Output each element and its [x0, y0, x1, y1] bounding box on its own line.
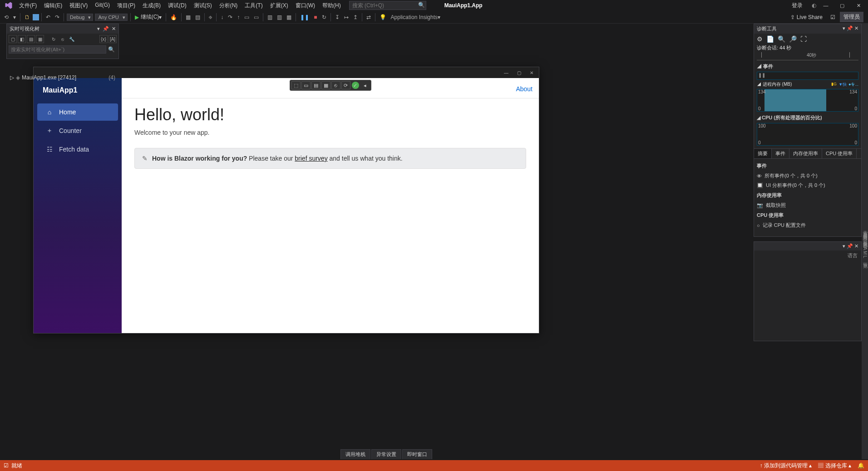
tb-misc[interactable]: ⇄	[365, 13, 373, 21]
step-over-icon[interactable]: ↷	[226, 13, 234, 21]
diag-tool-icon[interactable]: 📄	[766, 35, 774, 43]
menu-扩展(X)[interactable]: 扩展(X)	[266, 0, 292, 11]
app-close-button[interactable]: ✕	[525, 68, 538, 77]
dbg-btn-4[interactable]: ▦	[321, 81, 330, 89]
tb-layout-3[interactable]: ▦	[285, 13, 293, 21]
lvt-tb-7[interactable]: 🔧	[68, 35, 76, 43]
expand-icon[interactable]: ▷	[10, 74, 14, 81]
bottom-tab-调用堆栈[interactable]: 调用堆栈	[340, 449, 370, 459]
menu-视图(V)[interactable]: 视图(V)	[66, 0, 91, 11]
xaml-debug-toolbar[interactable]: ⬚ ▭ ▤ ▦ ⎋ ⟳ ✓ ◂	[290, 80, 371, 91]
step-icon-b[interactable]: ↦	[342, 13, 350, 21]
minimize-button[interactable]: —	[819, 1, 833, 10]
tb-icon-3[interactable]: ⎆	[207, 13, 214, 21]
maximize-button[interactable]: ▢	[835, 1, 849, 10]
redo-icon[interactable]: ↷	[53, 13, 61, 21]
diag-settings-icon[interactable]: ⚙	[757, 35, 763, 43]
snapshot-row[interactable]: 📷截取快照	[757, 201, 858, 210]
menu-窗口(W)[interactable]: 窗口(W)	[292, 0, 319, 11]
menu-调试(D)[interactable]: 调试(D)	[164, 0, 190, 11]
diag-tab-0[interactable]: 摘要	[754, 149, 772, 158]
dbg-ok-icon[interactable]: ✓	[352, 82, 359, 89]
dbg-btn-6[interactable]: ⟳	[341, 81, 350, 89]
nav-counter[interactable]: ＋Counter	[37, 122, 118, 140]
nav-fwd-icon[interactable]: ▾	[11, 13, 18, 21]
tree-node[interactable]: ▷ ◈ MauiApp1.exe [27412] (4)	[6, 73, 119, 83]
login-avatar-icon[interactable]: ◐	[812, 2, 816, 9]
undo-icon[interactable]: ↶	[44, 13, 52, 21]
diag-tab-2[interactable]: 内存使用率	[789, 149, 822, 158]
step-into-icon[interactable]: ↓	[219, 13, 225, 21]
open-icon[interactable]	[33, 14, 39, 20]
menu-Git(G)[interactable]: Git(G)	[91, 0, 113, 11]
menu-项目(P)[interactable]: 项目(P)	[113, 0, 139, 11]
tb-more-2[interactable]: ▭	[252, 13, 261, 21]
diag-zoomout-icon[interactable]: 🔎	[789, 35, 797, 43]
record-cpu-row[interactable]: ○记录 CPU 配置文件	[757, 221, 858, 230]
search-icon[interactable]: 🔍	[106, 45, 117, 54]
pause-icon[interactable]: ❚❚	[298, 13, 311, 21]
diag-tab-3[interactable]: CPU 使用率	[822, 149, 857, 158]
restart-icon[interactable]: ↻	[320, 13, 328, 21]
lvt-tb-5[interactable]: ↻	[49, 35, 58, 43]
diag-timeline[interactable]: 40秒	[757, 52, 858, 60]
tb-layout-1[interactable]: ▥	[266, 13, 274, 21]
about-link[interactable]: About	[516, 85, 533, 93]
diag-tab-1[interactable]: 事件	[772, 149, 789, 158]
dbg-collapse-icon[interactable]: ◂	[360, 81, 370, 89]
bottom-tab-即时窗口[interactable]: 即时窗口	[402, 449, 432, 459]
step-out-icon[interactable]: ↑	[235, 13, 242, 21]
diag-pin-icon[interactable]: 📌	[847, 25, 853, 31]
dbg-btn-5[interactable]: ⎋	[331, 81, 340, 89]
global-search[interactable]: 🔍	[349, 1, 426, 10]
nav-fetch-data[interactable]: ☷Fetch data	[37, 141, 118, 158]
config-combo[interactable]: Debug	[67, 14, 93, 21]
menu-生成(B)[interactable]: 生成(B)	[139, 0, 164, 11]
close-button[interactable]: ✕	[852, 1, 865, 10]
lp-dropdown-icon[interactable]: ▾	[843, 243, 845, 249]
lvt-tb-6[interactable]: ⎋	[59, 35, 67, 43]
liveshare-button[interactable]: ⇪ Live Share	[787, 13, 826, 22]
app-maximize-button[interactable]: ▢	[513, 68, 525, 77]
lvt-tb-1[interactable]: ▢	[9, 35, 17, 43]
dbg-btn-1[interactable]: ⬚	[291, 81, 301, 89]
continue-button[interactable]: ▶继续(C) ▾	[133, 12, 164, 22]
menu-分析(N)[interactable]: 分析(N)	[216, 0, 242, 11]
hot-reload-icon[interactable]: 🔥	[168, 13, 179, 21]
diag-close-icon[interactable]: ✕	[854, 25, 858, 31]
bottom-tab-异常设置[interactable]: 异常设置	[371, 449, 401, 459]
lp-pin-icon[interactable]: 📌	[847, 243, 853, 249]
search-input[interactable]	[350, 1, 418, 10]
feedback-icon[interactable]: ☑	[830, 14, 835, 20]
panel-dropdown-icon[interactable]: ▾	[97, 26, 100, 32]
search-icon[interactable]: 🔍	[418, 2, 425, 8]
step-icon-a[interactable]: ↧	[333, 13, 341, 21]
panel-pin-icon[interactable]: 📌	[103, 26, 109, 32]
nav-home[interactable]: ⌂Home	[37, 103, 118, 121]
select-repo-button[interactable]: ▤ 选择仓库 ▴	[818, 462, 851, 470]
diag-reset-icon[interactable]: ⛶	[800, 35, 807, 43]
lvt-search-input[interactable]	[9, 45, 106, 54]
menu-帮助(H)[interactable]: 帮助(H)	[319, 0, 345, 11]
lvt-tb-9[interactable]: [A]	[108, 35, 117, 43]
menu-测试(S)[interactable]: 测试(S)	[190, 0, 216, 11]
dbg-btn-3[interactable]: ▤	[311, 81, 321, 89]
tb-layout-2[interactable]: ▥	[275, 13, 284, 21]
login-link[interactable]: 登录	[792, 2, 803, 10]
lvt-tb-2[interactable]: ◧	[18, 35, 26, 43]
diag-zoomin-icon[interactable]: 🔍	[778, 35, 785, 43]
stop-icon[interactable]: ■	[312, 13, 319, 21]
survey-link[interactable]: brief survey	[295, 155, 327, 162]
tb-icon-1[interactable]: ▦	[184, 13, 192, 21]
step-icon-c[interactable]: ↥	[351, 13, 360, 21]
notifications-icon[interactable]: 🔔	[858, 462, 864, 469]
panel-close-icon[interactable]: ✕	[112, 26, 116, 32]
nav-back-icon[interactable]: ⟲	[2, 13, 10, 21]
diag-dropdown-icon[interactable]: ▾	[843, 25, 845, 31]
menu-工具(T)[interactable]: 工具(T)	[241, 0, 266, 11]
platform-combo[interactable]: Any CPU	[95, 14, 127, 21]
all-events-row[interactable]: 👁所有事件(0 个，共 0 个)	[757, 171, 858, 181]
lvt-tb-8[interactable]: {x}	[99, 35, 108, 43]
lp-close-icon[interactable]: ✕	[854, 243, 858, 249]
source-control-button[interactable]: ↑ 添加到源代码管理 ▴	[760, 462, 812, 470]
